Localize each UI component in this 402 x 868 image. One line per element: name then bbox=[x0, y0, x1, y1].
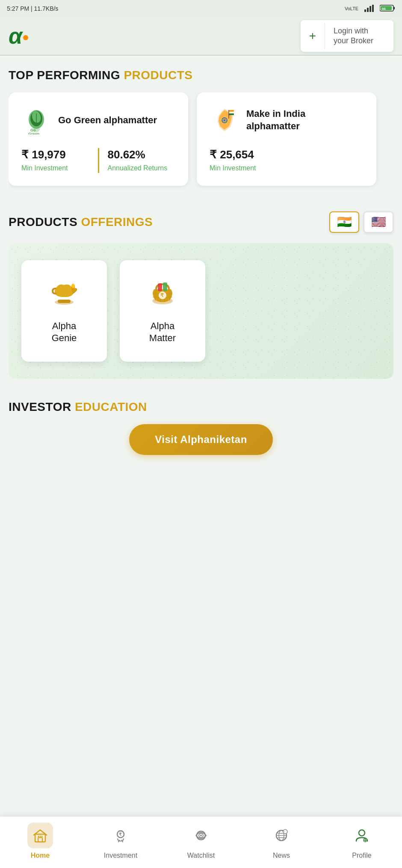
offerings-cards: AlphaGenie bbox=[21, 260, 381, 362]
nav-watchlist-label: Watchlist bbox=[187, 852, 215, 859]
investment-icon: ₹ bbox=[113, 828, 128, 843]
nav-profile-icon-wrap bbox=[349, 823, 375, 848]
header: α + Login with your Broker bbox=[0, 17, 402, 56]
product-card-header-2: Make in Indiaalphamatter bbox=[210, 105, 364, 135]
nav-profile[interactable]: Profile bbox=[322, 823, 402, 859]
go-green-icon: Go Green bbox=[21, 105, 51, 135]
nav-watchlist-icon-wrap bbox=[188, 823, 214, 848]
alpha-matter-name: AlphaMatter bbox=[149, 320, 176, 345]
nav-home[interactable]: Home bbox=[0, 823, 80, 859]
svg-text:VoLTE: VoLTE bbox=[345, 6, 358, 11]
stat-min-investment: ₹ 19,979 Min Investment bbox=[21, 148, 98, 173]
alpha-genie-icon bbox=[49, 277, 79, 312]
product-card-header: Go Green Go Green alphamatter bbox=[21, 105, 175, 135]
svg-rect-35 bbox=[158, 283, 162, 291]
alpha-matter-icon: ₹ bbox=[148, 277, 177, 312]
svg-point-50 bbox=[200, 835, 202, 836]
nav-home-icon-wrap bbox=[27, 823, 53, 848]
logo-text: α bbox=[9, 25, 22, 47]
svg-text:!: ! bbox=[284, 830, 285, 833]
main-content: TOP PERFORMING PRODUCTS Go Green bbox=[0, 56, 402, 523]
top-products-title: TOP PERFORMING PRODUCTS bbox=[9, 68, 393, 82]
education-title: INVESTOR EDUCATION bbox=[9, 400, 393, 414]
svg-rect-24 bbox=[229, 113, 234, 115]
nav-news-label: News bbox=[273, 852, 290, 859]
svg-rect-40 bbox=[38, 838, 42, 842]
news-icon: ! bbox=[274, 828, 289, 843]
profile-icon bbox=[355, 828, 369, 843]
svg-rect-22 bbox=[229, 110, 234, 112]
svg-rect-3 bbox=[369, 6, 371, 12]
signal-bars bbox=[364, 4, 377, 13]
offerings-title: PRODUCTS OFFERINGS bbox=[9, 215, 153, 229]
network-indicator: VoLTE bbox=[345, 4, 362, 14]
svg-text:₹: ₹ bbox=[160, 292, 164, 298]
stat-returns: 80.62% Annualized Returns bbox=[98, 148, 176, 173]
india-flag-button[interactable]: 🇮🇳 bbox=[329, 211, 359, 233]
svg-point-29 bbox=[72, 284, 74, 288]
svg-point-41 bbox=[38, 836, 39, 837]
logo: α bbox=[9, 25, 28, 47]
products-scroll: Go Green Go Green alphamatter ₹ 19,979 M… bbox=[9, 92, 393, 190]
product-stats-go-green: ₹ 19,979 Min Investment 80.62% Annualize… bbox=[21, 148, 175, 173]
nav-profile-label: Profile bbox=[352, 852, 371, 859]
product-card-go-green[interactable]: Go Green Go Green alphamatter ₹ 19,979 M… bbox=[9, 92, 188, 186]
nav-news[interactable]: ! News bbox=[241, 823, 322, 859]
login-broker-text[interactable]: Login with your Broker bbox=[325, 20, 393, 52]
svg-rect-36 bbox=[163, 282, 167, 291]
svg-text:86: 86 bbox=[382, 7, 386, 11]
alpha-genie-card[interactable]: AlphaGenie bbox=[21, 260, 107, 362]
add-button[interactable]: + bbox=[301, 23, 325, 49]
usa-flag-button[interactable]: 🇺🇸 bbox=[364, 211, 393, 233]
status-right: VoLTE 86 bbox=[345, 4, 395, 14]
svg-rect-27 bbox=[58, 300, 71, 303]
svg-rect-6 bbox=[393, 7, 395, 9]
nav-news-icon-wrap: ! bbox=[269, 823, 294, 848]
logo-dot bbox=[23, 35, 28, 40]
product-stats-make-india: ₹ 25,654 Min Investment bbox=[210, 148, 364, 173]
svg-point-43 bbox=[41, 836, 43, 837]
bottom-nav: Home ₹ Investment bbox=[0, 817, 402, 868]
alpha-genie-name: AlphaGenie bbox=[52, 320, 77, 345]
top-products-section: TOP PERFORMING PRODUCTS Go Green bbox=[9, 68, 393, 190]
flag-buttons: 🇮🇳 🇺🇸 bbox=[329, 211, 393, 233]
svg-rect-2 bbox=[367, 8, 369, 12]
product-card-make-india[interactable]: Make in Indiaalphamatter ₹ 25,654 Min In… bbox=[197, 92, 376, 186]
offerings-section: PRODUCTS OFFERINGS 🇮🇳 🇺🇸 bbox=[9, 211, 393, 379]
offerings-background: AlphaGenie bbox=[9, 243, 393, 379]
svg-point-56 bbox=[359, 830, 365, 836]
svg-rect-1 bbox=[364, 9, 366, 12]
stat-min-investment-2: ₹ 25,654 Min Investment bbox=[210, 148, 364, 173]
svg-text:₹: ₹ bbox=[119, 832, 122, 837]
nav-investment-label: Investment bbox=[104, 852, 137, 859]
nav-investment[interactable]: ₹ Investment bbox=[80, 823, 161, 859]
svg-rect-4 bbox=[372, 5, 374, 12]
product-name-go-green: Go Green alphamatter bbox=[58, 114, 157, 127]
education-section: INVESTOR EDUCATION Visit Alphaniketan bbox=[9, 400, 393, 455]
visit-alphaniketan-button[interactable]: Visit Alphaniketan bbox=[129, 424, 273, 455]
svg-text:Green: Green bbox=[28, 132, 39, 134]
header-actions: + Login with your Broker bbox=[301, 20, 393, 52]
nav-watchlist[interactable]: Watchlist bbox=[161, 823, 241, 859]
offerings-header: PRODUCTS OFFERINGS 🇮🇳 🇺🇸 bbox=[9, 211, 393, 233]
product-name-make-india: Make in Indiaalphamatter bbox=[246, 108, 305, 132]
battery-indicator: 86 bbox=[380, 4, 395, 13]
alpha-matter-card[interactable]: ₹ AlphaMatter bbox=[120, 260, 205, 362]
status-bar: 5:27 PM | 11.7KB/s VoLTE 86 bbox=[0, 0, 402, 17]
watchlist-icon bbox=[194, 828, 208, 843]
svg-rect-23 bbox=[229, 112, 234, 113]
home-icon bbox=[33, 828, 47, 843]
make-india-icon bbox=[210, 105, 239, 135]
nav-investment-icon-wrap: ₹ bbox=[108, 823, 133, 848]
svg-point-42 bbox=[40, 836, 41, 837]
status-time: 5:27 PM | 11.7KB/s bbox=[7, 5, 58, 12]
nav-home-label: Home bbox=[31, 852, 50, 859]
